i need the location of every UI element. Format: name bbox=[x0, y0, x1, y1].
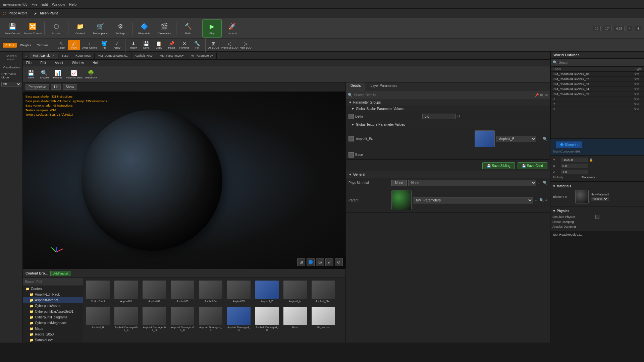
paste-button[interactable]: 📌 Paste bbox=[166, 40, 178, 50]
show-button[interactable]: Show bbox=[63, 84, 77, 90]
viewport[interactable]: Base pass shader: 321 instructions Base … bbox=[23, 92, 345, 269]
blueprint-button[interactable]: 🔷 Blueprint bbox=[556, 141, 582, 148]
folder-cyberpunk-assets[interactable]: 📁 CyberpunkAssets bbox=[23, 303, 83, 309]
wo-item-3[interactable]: SM_RoadModuleVP4x_54 Stat... bbox=[551, 87, 644, 92]
asset-asphalt-nice[interactable]: Asphalt_Nice bbox=[310, 279, 337, 304]
all-lods-button[interactable]: ⊞ All LODs bbox=[208, 40, 220, 50]
save-current-button[interactable]: 💾 Save Current bbox=[3, 19, 22, 38]
copy-button[interactable]: 📋 Copy bbox=[153, 40, 165, 50]
base-texture-checkbox[interactable] bbox=[348, 152, 354, 158]
folder-cyberpunk-bar[interactable]: 📁 CyberpunkBarAssetSet01 bbox=[23, 309, 83, 314]
asset-asphalt05[interactable]: Asphalt05 bbox=[225, 279, 252, 304]
wo-item-count3[interactable]: 8 Stat... bbox=[551, 107, 644, 112]
fill-button[interactable]: 🪣 Fill bbox=[98, 40, 110, 50]
asset-asphalt-r[interactable]: Asphalt_R bbox=[85, 305, 111, 333]
perspective-dropdown-button[interactable]: Perspective bbox=[25, 84, 49, 90]
cb-search-input[interactable] bbox=[25, 280, 81, 284]
mat-menu-help[interactable]: Help bbox=[91, 60, 102, 65]
mat-menu-file[interactable]: File bbox=[24, 60, 34, 65]
save-child-button[interactable]: 💾 Save Child bbox=[518, 162, 547, 169]
menu-file[interactable]: File bbox=[32, 2, 38, 6]
delta-value-input[interactable] bbox=[422, 114, 456, 119]
select-button[interactable]: ↖ Select bbox=[55, 40, 67, 50]
fix-button[interactable]: 🔧 Fix bbox=[191, 40, 203, 50]
tab-roughness[interactable]: Roughness bbox=[72, 53, 95, 59]
cinematics-button[interactable]: 🎬 Cinematics bbox=[155, 19, 174, 38]
mat-browse-button[interactable]: 🔍 Browse bbox=[38, 69, 50, 79]
tab-domestika-test[interactable]: MM_DomestikaTest01 bbox=[95, 53, 131, 59]
vp-ctrl-5[interactable]: ⊙ bbox=[335, 258, 343, 266]
launch-button[interactable]: 🚀 Launch bbox=[222, 19, 242, 38]
wo-item-1[interactable]: SM_RoadModuleVP4x_52 Stat... bbox=[551, 77, 644, 82]
mat-menu-window[interactable]: Window bbox=[70, 60, 86, 65]
asset-asphalt04[interactable]: Asphalt04 bbox=[197, 279, 224, 304]
wo-item-2[interactable]: SM_RoadModuleVP4x_53 Stat... bbox=[551, 82, 644, 87]
folder-amplify[interactable]: 📁 AmplifyLUTPack bbox=[23, 292, 83, 297]
weights-tab[interactable]: Weights bbox=[17, 43, 34, 48]
wo-item-0[interactable]: SM_RoadModuleVP4x_48 Stat... bbox=[551, 72, 644, 77]
tab-mm-params[interactable]: MM_Parameters+ bbox=[156, 53, 187, 59]
tab-asphalt-nice[interactable]: Asphalt_Nice bbox=[131, 53, 156, 59]
next-lod-button[interactable]: ▷ Next LOD bbox=[239, 40, 252, 50]
content-button[interactable]: 📁 Content bbox=[70, 19, 90, 38]
swap-colors-button[interactable]: ↕ Swap Colors bbox=[81, 40, 97, 50]
folder-cyberpunk-megapack[interactable]: 📁 CyberpunkMegapack bbox=[23, 320, 83, 326]
folder-recife[interactable]: 📁 Recife_2050 bbox=[23, 331, 83, 337]
x-transform-input[interactable] bbox=[561, 164, 588, 168]
global-texture-header[interactable]: ▼ Global Texture Parameter Values bbox=[346, 121, 550, 128]
asset-asphalt-damaged-r[interactable]: Asphalt Damaged_R bbox=[254, 305, 280, 333]
asphalt-b-dropdown[interactable]: Asphalt_B bbox=[496, 136, 536, 142]
vp-ctrl-1[interactable]: ⊞ bbox=[297, 258, 305, 266]
mat-menu-asset[interactable]: Asset bbox=[53, 60, 65, 65]
general-header[interactable]: ▼ General bbox=[346, 171, 550, 178]
vp-ctrl-4[interactable]: ↙ bbox=[325, 258, 333, 266]
asset-asphalt02[interactable]: Asphalt02 bbox=[141, 279, 168, 304]
textures-dropdown[interactable]: Textures bbox=[591, 197, 608, 201]
modes-button[interactable]: ⬡ Modes bbox=[47, 19, 66, 38]
wo-search-input[interactable] bbox=[559, 61, 642, 64]
asset-asphalt-damaged-b[interactable]: Asphalt Damaged_B bbox=[197, 305, 224, 333]
folder-maps[interactable]: 📁 Maps bbox=[23, 326, 83, 331]
details-search-input[interactable] bbox=[354, 93, 535, 97]
delta-checkbox[interactable] bbox=[348, 114, 354, 119]
y-transform-input[interactable] bbox=[561, 158, 588, 162]
asset-asphalt01[interactable]: Asphalt01 bbox=[113, 279, 140, 304]
settings-button[interactable]: ⚙ Settings bbox=[111, 19, 130, 38]
save-paint-button[interactable]: 💾 Save bbox=[140, 40, 152, 50]
asset-asphalt-damaged02-r[interactable]: Asphalt Damaged02_R bbox=[169, 305, 196, 333]
platform-stats-button[interactable]: 📈 Platform Stats bbox=[65, 69, 83, 79]
wo-item-4[interactable]: SM_RoadModuleVP4x_55 Stat... bbox=[551, 92, 644, 97]
param-groups-header[interactable]: ▼ Parameter Groups bbox=[346, 99, 550, 106]
parent-add-icon[interactable]: + bbox=[545, 198, 547, 202]
save-sibling-button[interactable]: 💾 Save Sibling bbox=[482, 162, 515, 169]
asset-fill-normal[interactable]: Fill_Normal bbox=[310, 305, 337, 333]
tab-layer-params[interactable]: Layer Parameters bbox=[366, 82, 402, 91]
phys-material-none-btn[interactable]: None bbox=[391, 180, 407, 186]
folder-cyberpunk-holograms[interactable]: 📁 CyberpunkHolograms bbox=[23, 314, 83, 320]
asphalt-b-search-icon[interactable]: 🔍 bbox=[543, 137, 547, 141]
parent-dropdown[interactable]: MM_Parameters bbox=[413, 197, 533, 203]
simulate-physics-checkbox[interactable] bbox=[595, 215, 599, 219]
mat-menu-edit[interactable]: Edit bbox=[38, 60, 48, 65]
asset-asphalt-n[interactable]: Asphalt_N bbox=[282, 279, 309, 304]
mat-params-button[interactable]: 📊 Params bbox=[52, 69, 64, 79]
details-grid-icon[interactable]: ⊞ bbox=[540, 93, 543, 97]
delta-reset-icon[interactable]: ↺ bbox=[457, 114, 460, 119]
wo-item-count2[interactable]: 7 Stat... bbox=[551, 102, 644, 107]
tab-details[interactable]: Details bbox=[346, 82, 366, 91]
phys-material-dropdown[interactable]: None bbox=[408, 180, 536, 186]
asset-asphalt-damaged02-b[interactable]: Asphalt Damaged02_B bbox=[113, 305, 140, 333]
vp-ctrl-2[interactable]: 🔵 bbox=[307, 258, 315, 266]
tab-mi-params[interactable]: MI_Parameters+ bbox=[187, 53, 217, 59]
apply-button[interactable]: ✓ Apply bbox=[111, 40, 123, 50]
menu-window[interactable]: Window bbox=[52, 2, 65, 6]
sm-road-module-item[interactable]: SM_RoadModuleV2... bbox=[553, 232, 641, 237]
textures-tab[interactable]: Textures bbox=[34, 43, 51, 48]
details-pin-icon[interactable]: 📌 bbox=[535, 93, 539, 97]
asset-asphalt-damaged-n[interactable]: Asphalt Damaged_N bbox=[225, 305, 252, 333]
colors-tab[interactable]: Colors bbox=[3, 43, 17, 48]
global-scalar-header[interactable]: ▼ Global Scalar Parameter Values bbox=[346, 106, 550, 112]
import-button[interactable]: ⬇ Import bbox=[127, 40, 140, 50]
folder-content[interactable]: 📁 Content bbox=[23, 286, 83, 292]
asset-asphalt-b[interactable]: Asphalt_B bbox=[254, 279, 280, 304]
